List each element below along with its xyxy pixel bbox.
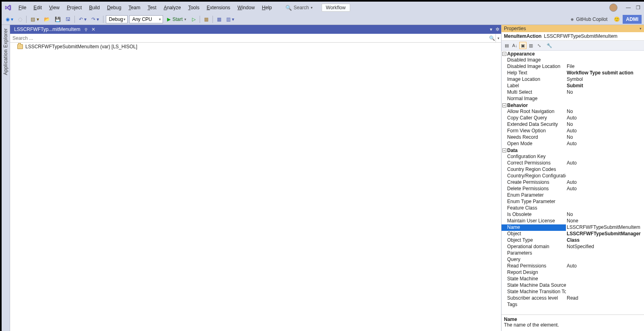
property-row[interactable]: Tags	[502, 302, 644, 308]
property-value[interactable]: LSSCRFWFTypeSubmitManager	[566, 231, 644, 237]
property-value[interactable]: LSSCRFWFTypeSubmitMenuItem	[566, 224, 644, 231]
categorized-button[interactable]: ▤	[503, 42, 510, 49]
property-row[interactable]: State Machine Transition To	[502, 289, 644, 295]
property-row[interactable]: Help TextWorkflow Type submit action	[502, 70, 644, 76]
property-row[interactable]: State Machine	[502, 276, 644, 282]
property-row[interactable]: Correct PermissionsAuto	[502, 160, 644, 167]
save-button[interactable]: 💾	[53, 16, 62, 23]
category-appearance[interactable]: − Appearance	[502, 51, 644, 57]
property-value[interactable]	[566, 276, 644, 282]
designer-search-icon[interactable]: 🔍	[488, 35, 495, 41]
property-row[interactable]: Operational domainNotSpecified	[502, 244, 644, 250]
start-without-debug-button[interactable]: ▷	[190, 16, 197, 23]
property-value[interactable]: Submit	[566, 83, 644, 89]
property-value[interactable]	[566, 199, 644, 205]
menu-analyze[interactable]: Analyze	[161, 3, 184, 12]
menu-window[interactable]: Window	[234, 3, 258, 12]
menu-file[interactable]: File	[15, 3, 29, 12]
property-row[interactable]: NameLSSCRFWFTypeSubmitMenuItem	[502, 224, 644, 231]
prop-tool-5[interactable]: ⤡	[535, 42, 543, 49]
property-value[interactable]: No	[566, 89, 644, 96]
property-row[interactable]: Country/Region Configuration Key	[502, 173, 644, 179]
property-row[interactable]: Feature Class	[502, 205, 644, 212]
menu-build[interactable]: Build	[86, 3, 103, 12]
property-row[interactable]: Country Region Codes	[502, 167, 644, 173]
property-row[interactable]: Extended Data SecurityNo	[502, 121, 644, 128]
property-row[interactable]: Disabled Image	[502, 57, 644, 64]
menu-view[interactable]: View	[46, 3, 63, 12]
property-value[interactable]: Read	[566, 295, 644, 302]
property-row[interactable]: Object TypeClass	[502, 237, 644, 244]
user-avatar[interactable]	[609, 4, 617, 12]
tab-gear-icon[interactable]: ✲	[495, 27, 500, 32]
toolbar-icon-2[interactable]: ▦	[215, 16, 223, 23]
property-row[interactable]: Report Design	[502, 269, 644, 276]
property-row[interactable]: Maintain User LicenseNone	[502, 218, 644, 224]
property-row[interactable]: Create PermissionsAuto	[502, 179, 644, 186]
property-row[interactable]: Parameters	[502, 250, 644, 257]
configuration-dropdown[interactable]: Debug▾	[106, 15, 128, 23]
prop-tool-3[interactable]: ▣	[519, 42, 526, 49]
property-value[interactable]: Auto	[566, 141, 644, 147]
property-value[interactable]: None	[566, 218, 644, 224]
prop-tool-4[interactable]: ▥	[527, 42, 535, 49]
undo-button[interactable]: ↶ ▾	[77, 16, 88, 23]
property-value[interactable]	[566, 167, 644, 173]
workflow-pill[interactable]: Workflow	[322, 4, 350, 12]
property-row[interactable]: Needs RecordNo	[502, 134, 644, 141]
prop-tool-6[interactable]: 🔧	[546, 42, 553, 49]
designer-root-item[interactable]: LSSCRFWFTypeSubmitMenuItem (var) [LS_HIS…	[10, 43, 501, 51]
property-row[interactable]: Query	[502, 257, 644, 263]
property-value[interactable]: Auto	[566, 186, 644, 192]
property-value[interactable]: NotSpecified	[566, 244, 644, 250]
property-value[interactable]	[566, 269, 644, 276]
property-row[interactable]: Form View OptionAuto	[502, 128, 644, 134]
property-value[interactable]	[566, 173, 644, 179]
designer-search-caret-icon[interactable]: ▾	[495, 34, 501, 42]
property-value[interactable]	[566, 96, 644, 102]
property-value[interactable]: Class	[566, 237, 644, 244]
category-data[interactable]: − Data	[502, 147, 644, 154]
property-grid[interactable]: − AppearanceDisabled ImageDisabled Image…	[502, 51, 644, 315]
menu-team[interactable]: Team	[125, 3, 143, 12]
nav-forward-button[interactable]: ◌	[17, 16, 24, 23]
property-value[interactable]: Auto	[566, 160, 644, 167]
menu-edit[interactable]: Edit	[30, 3, 45, 12]
menu-search[interactable]: 🔍 Search ▾	[285, 5, 312, 11]
property-value[interactable]: Auto	[566, 115, 644, 121]
property-value[interactable]: No	[566, 109, 644, 115]
start-button[interactable]: ▶Start▾	[165, 16, 188, 23]
platform-dropdown[interactable]: Any CPU▾	[129, 15, 163, 23]
menu-debug[interactable]: Debug	[104, 3, 124, 12]
github-copilot-button[interactable]: ⎈ GitHub Copilot	[568, 16, 611, 23]
window-minimize-icon[interactable]: —	[624, 4, 633, 11]
property-value[interactable]	[566, 257, 644, 263]
property-row[interactable]: Subscriber access levelRead	[502, 295, 644, 302]
designer-search-input[interactable]	[10, 34, 488, 42]
property-row[interactable]: Allow Root NavigationNo	[502, 109, 644, 115]
property-value[interactable]	[566, 154, 644, 160]
menu-tools[interactable]: Tools	[185, 3, 202, 12]
tab-overflow-icon[interactable]: ▾	[490, 27, 492, 32]
new-project-button[interactable]: ▤ ▾	[29, 16, 40, 23]
property-row[interactable]: Is ObsoleteNo	[502, 212, 644, 218]
feedback-icon[interactable]: 🙂	[612, 16, 621, 22]
properties-object-header[interactable]: MenuItemActionLSSCRFWFTypeSubmitMenuItem	[502, 32, 644, 41]
save-all-button[interactable]: 🖫	[64, 16, 72, 23]
property-value[interactable]: No	[566, 121, 644, 128]
menu-test[interactable]: Test	[144, 3, 160, 12]
property-row[interactable]: Disabled Image LocationFile	[502, 64, 644, 70]
property-row[interactable]: Image LocationSymbol	[502, 76, 644, 83]
alphabetical-button[interactable]: A↓	[511, 42, 518, 49]
property-value[interactable]	[566, 205, 644, 212]
property-row[interactable]: Delete PermissionsAuto	[502, 186, 644, 192]
property-value[interactable]	[566, 282, 644, 289]
property-row[interactable]: Copy Caller QueryAuto	[502, 115, 644, 121]
property-value[interactable]: No	[566, 212, 644, 218]
close-icon[interactable]: ✕	[91, 27, 95, 32]
property-row[interactable]: Normal Image	[502, 96, 644, 102]
property-value[interactable]: Workflow Type submit action	[566, 70, 644, 76]
property-value[interactable]: File	[566, 64, 644, 70]
menu-extensions[interactable]: Extensions	[203, 3, 233, 12]
property-row[interactable]: Open ModeAuto	[502, 141, 644, 147]
